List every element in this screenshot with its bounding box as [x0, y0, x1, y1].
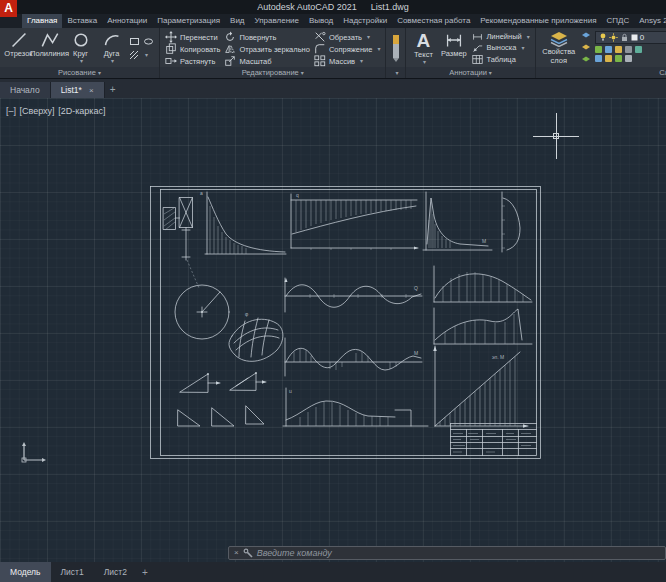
layer-tool-icon[interactable]	[595, 55, 602, 62]
mirror-button[interactable]: Отразить зеркально	[224, 43, 310, 55]
sheet-labels: a q M Q M u φ эп. M	[200, 190, 504, 394]
panel-draw: Отрезок Полилиния Круг ▾ Дуга ▾	[0, 28, 160, 78]
layer-state-icon[interactable]	[581, 43, 591, 53]
panel-label-draw[interactable]: Рисование▾	[0, 67, 159, 78]
panel-label-modify[interactable]: Редактирование▾	[160, 67, 385, 78]
tab-featured-apps[interactable]: Рекомендованные приложения	[475, 14, 601, 28]
chevron-down-icon: ▾	[527, 34, 530, 40]
viewport-menu-control[interactable]: [–]	[6, 106, 16, 116]
layer-tool-icon[interactable]	[595, 46, 602, 53]
scale-button[interactable]: Масштаб	[224, 55, 310, 67]
line-button[interactable]: Отрезок	[3, 29, 34, 67]
new-drawing-button[interactable]: +	[105, 82, 121, 98]
chevron-down-icon: ▾	[301, 70, 304, 76]
svg-text:эп. M: эп. M	[492, 354, 504, 360]
chevron-down-icon: ▾	[80, 58, 83, 64]
fillet-button[interactable]: Сопряжение ▾	[314, 43, 381, 55]
visual-style-control[interactable]: [2D-каркас]	[58, 106, 105, 116]
panel-label-annotate[interactable]: Аннотации▾	[406, 67, 534, 78]
layer-state-icon[interactable]	[581, 55, 591, 65]
tab-annotate[interactable]: Аннотации	[102, 14, 152, 28]
array-button[interactable]: Массив ▾	[314, 55, 381, 67]
tab-parametric[interactable]: Параметризация	[152, 14, 225, 28]
panel-annotate: A Текст ▾ Размер Линейный ▾	[406, 28, 535, 78]
file-tab-start[interactable]: Начало	[0, 82, 51, 98]
layer-tool-icon[interactable]	[605, 55, 612, 62]
chevron-down-icon: ▾	[111, 58, 114, 64]
ellipse-tool-icon[interactable]	[143, 36, 154, 47]
copy-button[interactable]: Копировать	[165, 43, 220, 55]
customize-icon[interactable]	[243, 548, 253, 558]
panel-label-eraser[interactable]: ▾	[386, 67, 405, 78]
drawing-sheet[interactable]: a q M Q M u φ эп. M	[150, 186, 541, 459]
file-tab-list1[interactable]: List1*×	[51, 82, 105, 98]
app-title: Autodesk AutoCAD 2021	[257, 2, 357, 12]
svg-text:Q: Q	[414, 285, 418, 291]
polyline-button[interactable]: Полилиния	[34, 29, 65, 67]
tab-spds[interactable]: СПДС	[602, 14, 635, 28]
layout-tab-list1[interactable]: Лист1	[51, 562, 94, 582]
layer-state-icon[interactable]	[581, 31, 591, 41]
layer-dropdown[interactable]: 0 ▾	[595, 31, 666, 44]
title-bar: Autodesk AutoCAD 2021List1.dwg	[0, 0, 666, 14]
circle-button[interactable]: Круг ▾	[65, 29, 96, 67]
stretch-icon	[165, 55, 177, 67]
rectangle-tool-icon[interactable]	[129, 36, 140, 47]
ucs-icon	[18, 440, 50, 466]
circle-icon	[72, 31, 90, 49]
leader-button[interactable]: Выноска ▾	[472, 42, 529, 53]
layer-tool-icon[interactable]	[635, 46, 642, 53]
layer-tool-icon[interactable]	[615, 46, 622, 53]
panel-label-layers[interactable]: Слои▾	[536, 67, 666, 78]
move-button[interactable]: Перенести	[165, 31, 220, 43]
sun-icon	[609, 33, 618, 42]
layout-tab-model[interactable]: Модель	[0, 562, 51, 582]
chevron-down-icon: ▾	[489, 70, 492, 76]
close-icon[interactable]: ×	[89, 86, 94, 95]
tab-collaborate[interactable]: Совместная работа	[392, 14, 475, 28]
layer-tool-icon[interactable]	[605, 46, 612, 53]
tab-ansys[interactable]: Ansys 2022 R1	[634, 14, 666, 28]
model-space-canvas[interactable]: [–] [Сверху] [2D-каркас]	[0, 98, 666, 562]
file-tab-bar: Начало List1*× +	[0, 79, 666, 98]
command-input[interactable]: Введите команду	[257, 548, 332, 558]
color-swatch-icon	[631, 34, 638, 41]
layer-properties-button[interactable]: Свойства слоя	[539, 29, 579, 67]
layer-tool-icon[interactable]	[625, 46, 632, 53]
svg-text:q: q	[296, 192, 299, 198]
table-button[interactable]: Таблица	[472, 54, 529, 65]
lock-icon	[620, 33, 629, 42]
mirror-icon	[224, 43, 236, 55]
close-icon[interactable]: ×	[234, 547, 239, 559]
trim-button[interactable]: Обрезать ▾	[314, 31, 381, 43]
autocad-logo[interactable]: A	[0, 0, 17, 17]
arc-button[interactable]: Дуга ▾	[96, 29, 127, 67]
layout-tab-list2[interactable]: Лист2	[94, 562, 137, 582]
tab-view[interactable]: Вид	[225, 14, 249, 28]
tab-home[interactable]: Главная	[22, 14, 62, 28]
view-control[interactable]: [Сверху]	[20, 106, 55, 116]
tab-insert[interactable]: Вставка	[62, 14, 102, 28]
command-line[interactable]: × Введите команду	[228, 546, 666, 560]
new-layout-button[interactable]: +	[137, 567, 153, 578]
svg-text:φ: φ	[245, 311, 249, 317]
text-button[interactable]: A Текст ▾	[409, 29, 437, 67]
window-title: Autodesk AutoCAD 2021List1.dwg	[0, 0, 666, 14]
tab-manage[interactable]: Управление	[250, 14, 304, 28]
rotate-button[interactable]: Повернуть	[224, 31, 310, 43]
layer-tool-icon[interactable]	[625, 55, 632, 62]
linear-dimension-button[interactable]: Линейный ▾	[472, 31, 529, 42]
svg-text:M: M	[414, 350, 418, 356]
stretch-button[interactable]: Растянуть	[165, 55, 220, 67]
move-icon	[165, 31, 177, 43]
svg-text:M: M	[482, 238, 486, 244]
chevron-down-icon: ▾	[367, 34, 370, 40]
tab-addins[interactable]: Надстройки	[338, 14, 392, 28]
tab-output[interactable]: Вывод	[304, 14, 338, 28]
dimension-button[interactable]: Размер	[437, 29, 470, 67]
hatch-tool-icon[interactable]	[129, 50, 140, 61]
layer-tool-icon[interactable]	[615, 55, 622, 62]
chevron-down-icon: ▾	[377, 46, 380, 52]
eraser-icon[interactable]	[390, 33, 402, 63]
chevron-down-icon[interactable]: ▾	[145, 52, 148, 58]
